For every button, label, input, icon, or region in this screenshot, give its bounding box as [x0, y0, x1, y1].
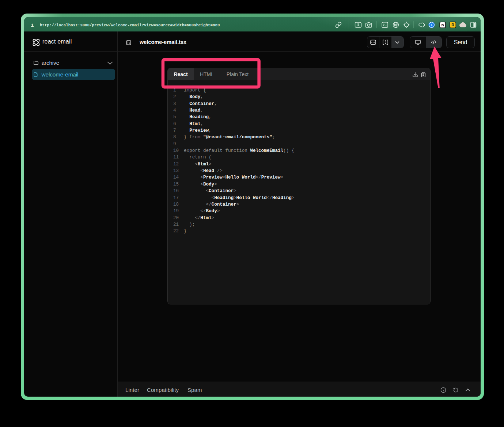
- svg-text:R: R: [451, 23, 454, 27]
- svg-text:1: 1: [431, 23, 433, 27]
- svg-text:N: N: [441, 23, 444, 27]
